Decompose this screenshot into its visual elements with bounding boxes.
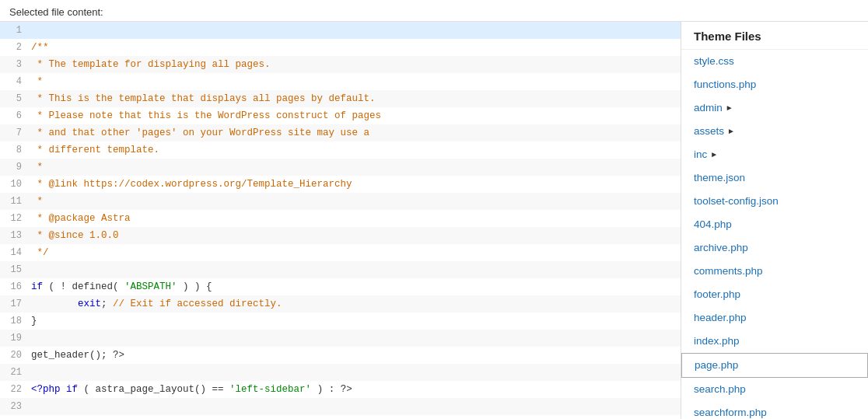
file-item-searchform-php[interactable]: searchform.php [681,401,868,419]
file-label: theme.json [694,169,745,187]
line-number: 1 [0,22,28,39]
code-row: 1 [0,22,681,39]
code-row: 12 * @package Astra [0,210,681,227]
file-item-inc[interactable]: inc ► [681,143,868,166]
line-content: /** [28,39,681,56]
file-item-404-php[interactable]: 404.php [681,213,868,236]
line-content [28,398,681,400]
folder-arrow-icon: ► [727,123,735,140]
code-row: 18} [0,313,681,330]
line-content: if ( ! defined( 'ABSPATH' ) ) { [28,278,681,295]
line-number: 4 [0,73,28,90]
file-panel: Theme Files style.cssfunctions.phpadmin … [681,22,868,419]
code-row: 3 * The template for displaying all page… [0,56,681,73]
file-label: header.php [694,309,747,326]
code-row: 6 * Please note that this is the WordPre… [0,107,681,124]
line-number: 12 [0,210,28,227]
code-panel: 12/**3 * The template for displaying all… [0,22,681,419]
file-item-header-php[interactable]: header.php [681,306,868,330]
file-panel-title: Theme Files [681,22,868,50]
line-content [28,22,681,23]
file-item-assets[interactable]: assets ► [681,120,868,143]
file-label: admin [694,100,723,117]
line-content: * different template. [28,141,681,159]
line-content: <?php if ( astra_page_layout() == 'left-… [28,381,681,398]
line-number: 5 [0,90,28,107]
line-number: 2 [0,39,28,56]
line-content: * [28,73,681,90]
line-number: 7 [0,124,28,141]
line-number: 20 [0,347,28,364]
file-item-page-php[interactable]: page.php [681,353,868,378]
code-row: 7 * and that other 'pages' on your WordP… [0,124,681,141]
file-label: functions.php [694,76,756,93]
line-content: * [28,159,681,176]
file-label: page.php [695,357,738,374]
folder-arrow-icon: ► [726,100,733,117]
line-content: exit; // Exit if accessed directly. [28,295,681,313]
line-number: 14 [0,244,28,261]
line-content: * @link https://codex.wordpress.org/Temp… [28,176,681,193]
line-number: 16 [0,278,28,295]
file-item-search-php[interactable]: search.php [681,378,868,401]
code-row: 10 * @link https://codex.wordpress.org/T… [0,176,681,193]
line-number: 23 [0,398,28,415]
line-content: * This is the template that displays all… [28,90,681,107]
code-row: 8 * different template. [0,141,681,159]
code-row: 15 [0,261,681,278]
code-row: 21 [0,364,681,381]
line-content: get_header(); ?> [28,347,681,364]
file-label: searchform.php [694,404,767,419]
panel-label: Selected file content: [9,6,103,18]
file-item-archive-php[interactable]: archive.php [681,236,868,260]
code-row: 4 * [0,73,681,90]
file-item-style-css[interactable]: style.css [681,50,868,73]
line-content: * The template for displaying all pages. [28,56,681,73]
code-row: 2/** [0,39,681,56]
line-number: 11 [0,193,28,210]
file-label: toolset-config.json [694,193,779,210]
line-number: 18 [0,313,28,330]
code-row: 16if ( ! defined( 'ABSPATH' ) ) { [0,278,681,295]
file-item-theme-json[interactable]: theme.json [681,166,868,190]
folder-arrow-icon: ► [710,146,718,163]
file-label: comments.php [694,263,763,280]
file-item-index-php[interactable]: index.php [681,330,868,353]
line-number: 21 [0,364,28,381]
file-label: 404.php [694,216,732,233]
line-number: 13 [0,227,28,244]
line-number: 19 [0,330,28,347]
file-label: assets [694,123,724,140]
code-row: 13 * @since 1.0.0 [0,227,681,244]
file-label: footer.php [694,286,740,303]
line-number: 3 [0,56,28,73]
code-row: 19 [0,330,681,347]
file-label: index.php [694,333,740,350]
line-number: 22 [0,381,28,398]
code-row: 22<?php if ( astra_page_layout() == 'lef… [0,381,681,398]
line-content: * Please note that this is the WordPress… [28,107,681,124]
file-item-functions-php[interactable]: functions.php [681,73,868,96]
line-content: * and that other 'pages' on your WordPre… [28,124,681,141]
line-content: * @since 1.0.0 [28,227,681,244]
file-item-comments-php[interactable]: comments.php [681,260,868,283]
file-label: style.css [694,53,734,70]
line-number: 6 [0,107,28,124]
file-label: search.php [694,381,746,398]
code-row: 5 * This is the template that displays a… [0,90,681,107]
line-content [28,330,681,331]
line-content: } [28,313,681,330]
code-table: 12/**3 * The template for displaying all… [0,22,681,415]
file-item-admin[interactable]: admin ► [681,96,868,120]
line-content: */ [28,244,681,261]
code-row: 11 * [0,193,681,210]
code-row: 9 * [0,159,681,176]
line-number: 9 [0,159,28,176]
code-row: 20get_header(); ?> [0,347,681,364]
code-row: 14 */ [0,244,681,261]
line-content: * @package Astra [28,210,681,227]
file-list: style.cssfunctions.phpadmin ►assets ►inc… [681,50,868,419]
file-item-toolset-config-json[interactable]: toolset-config.json [681,190,868,213]
line-number: 10 [0,176,28,193]
file-item-footer-php[interactable]: footer.php [681,283,868,306]
